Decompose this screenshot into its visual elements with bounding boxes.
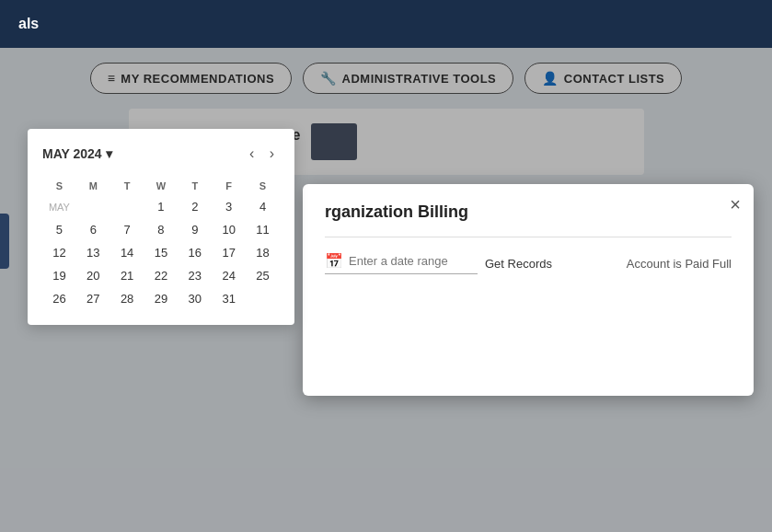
calendar-icon: 📅 (325, 252, 343, 270)
calendar-dropdown-icon: ▾ (106, 146, 112, 161)
calendar-popup: MAY 2024 ▾ ‹ › S M T W T F S (28, 129, 294, 325)
calendar-prev-button[interactable]: ‹ (244, 144, 259, 164)
calendar-day-10[interactable]: 10 (212, 218, 246, 241)
top-bar: als (0, 0, 772, 48)
calendar-grid: S M T W T F S MAY12345678910111213141516… (42, 177, 280, 310)
calendar-empty-cell (246, 287, 280, 310)
calendar-day-16[interactable]: 16 (178, 241, 212, 264)
billing-modal: × rganization Billing 📅 Get Records Acco… (303, 184, 754, 396)
calendar-month-title: MAY 2024 ▾ (42, 146, 112, 161)
calendar-day-20[interactable]: 20 (76, 264, 110, 287)
calendar-day-8[interactable]: 8 (144, 218, 179, 241)
calendar-week-row: 12131415161718 (42, 241, 280, 264)
calendar-day-17[interactable]: 17 (212, 241, 246, 264)
date-range-wrapper[interactable]: 📅 (325, 252, 478, 274)
calendar-next-button[interactable]: › (264, 144, 280, 164)
calendar-week-row: 19202122232425 (42, 264, 280, 287)
calendar-empty-cell (76, 195, 110, 218)
calendar-week-row: 262728293031 (42, 287, 280, 310)
calendar-day-27[interactable]: 27 (76, 287, 110, 310)
calendar-empty-cell: MAY (42, 195, 76, 218)
calendar-day-14[interactable]: 14 (110, 241, 144, 264)
calendar-day-11[interactable]: 11 (246, 218, 280, 241)
calendar-day-6[interactable]: 6 (76, 218, 110, 241)
calendar-day-28[interactable]: 28 (110, 287, 144, 310)
modal-divider (325, 237, 732, 237)
date-range-input[interactable] (349, 254, 478, 268)
calendar-week-row: 567891011 (42, 218, 280, 241)
calendar-day-2[interactable]: 2 (178, 195, 212, 218)
weekday-tue: T (110, 177, 144, 195)
calendar-day-7[interactable]: 7 (110, 218, 144, 241)
modal-title: rganization Billing (325, 202, 732, 222)
calendar-day-22[interactable]: 22 (144, 264, 179, 287)
calendar-day-15[interactable]: 15 (144, 241, 179, 264)
calendar-nav: ‹ › (244, 144, 280, 164)
calendar-week-row: MAY1234 (42, 195, 280, 218)
weekday-thu: T (178, 177, 212, 195)
calendar-day-3[interactable]: 3 (212, 195, 246, 218)
calendar-day-5[interactable]: 5 (42, 218, 76, 241)
weekday-mon: M (76, 177, 110, 195)
calendar-day-18[interactable]: 18 (246, 241, 280, 264)
calendar-day-4[interactable]: 4 (246, 195, 280, 218)
calendar-day-30[interactable]: 30 (178, 287, 212, 310)
calendar-day-23[interactable]: 23 (178, 264, 212, 287)
weekday-sat: S (246, 177, 280, 195)
calendar-day-12[interactable]: 12 (42, 241, 76, 264)
calendar-day-25[interactable]: 25 (246, 264, 280, 287)
calendar-day-24[interactable]: 24 (212, 264, 246, 287)
weekday-wed: W (144, 177, 179, 195)
calendar-month-year: MAY 2024 (42, 146, 102, 161)
weekday-fri: F (212, 177, 246, 195)
calendar-empty-cell (110, 195, 144, 218)
calendar-day-13[interactable]: 13 (76, 241, 110, 264)
modal-footer: 📅 Get Records Account is Paid Full (325, 252, 732, 274)
calendar-day-26[interactable]: 26 (42, 287, 76, 310)
modal-close-button[interactable]: × (730, 195, 741, 214)
calendar-day-21[interactable]: 21 (110, 264, 144, 287)
top-bar-title: als (18, 16, 39, 32)
calendar-weekdays-row: S M T W T F S (42, 177, 280, 195)
calendar-day-19[interactable]: 19 (42, 264, 76, 287)
calendar-day-9[interactable]: 9 (178, 218, 212, 241)
get-records-button[interactable]: Get Records (485, 257, 552, 271)
modal-footer-left: 📅 Get Records (325, 252, 552, 274)
main-content: ≡ MY RECOMMENDATIONS 🔧 ADMINISTRATIVE TO… (0, 48, 772, 532)
calendar-day-29[interactable]: 29 (144, 287, 179, 310)
calendar-header: MAY 2024 ▾ ‹ › (42, 144, 280, 164)
weekday-sun: S (42, 177, 76, 195)
calendar-day-31[interactable]: 31 (212, 287, 246, 310)
calendar-day-1[interactable]: 1 (144, 195, 179, 218)
paid-status-label: Account is Paid Full (627, 257, 732, 271)
